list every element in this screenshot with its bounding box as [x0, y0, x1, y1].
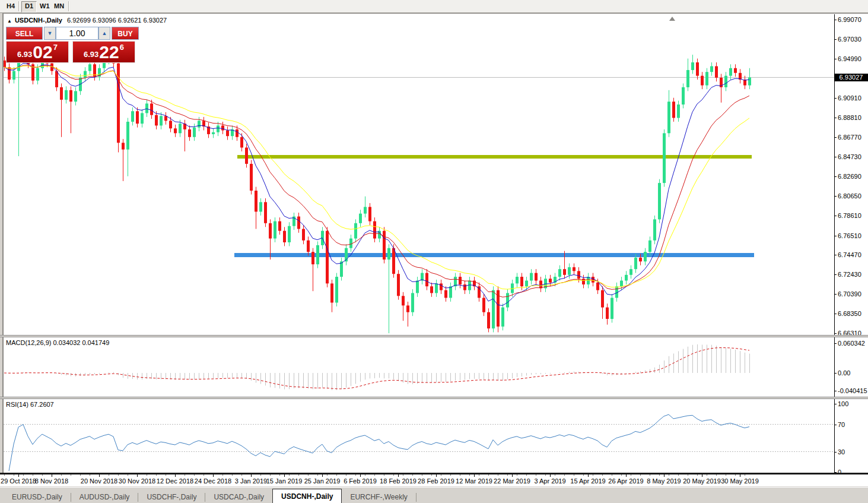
sell-button[interactable]: SELL [6, 27, 43, 40]
timeframe-mn-button[interactable]: MN [51, 1, 67, 11]
macd-axis-label: 0.00 [838, 369, 850, 377]
tab-usdcad-daily[interactable]: USDCAD-,Daily [205, 491, 272, 503]
date-minor-tick [678, 474, 679, 476]
price-axis-tick [834, 137, 837, 138]
chart-tab-bar: EURUSD-,Daily AUDUSD-,Daily USDCHF-,Dail… [0, 487, 868, 503]
date-minor-tick [574, 474, 574, 476]
timeframe-d1-button[interactable]: D1 [21, 1, 37, 12]
date-minor-tick [631, 474, 631, 476]
rsi-label: RSI(14) 67.2607 [6, 401, 54, 408]
date-minor-tick [422, 474, 422, 476]
date-minor-tick [412, 474, 413, 476]
rsi-axis-label: 30 [838, 448, 845, 455]
date-axis-label: 24 Dec 2018 [195, 477, 231, 485]
date-minor-tick [726, 474, 726, 476]
price-axis-tick [834, 98, 837, 99]
volume-increase-button[interactable]: ▲ [98, 27, 110, 40]
date-minor-tick [80, 474, 81, 476]
rsi-indicator-chart[interactable] [4, 401, 834, 472]
price-axis-tick [834, 176, 837, 177]
date-major-tick [664, 474, 664, 477]
date-minor-tick [109, 474, 109, 476]
tab-eurusd-daily[interactable]: EURUSD-,Daily [4, 491, 71, 503]
price-axis-tick [834, 294, 837, 295]
date-axis: 29 Oct 20188 Nov 201820 Nov 201830 Nov 2… [0, 474, 868, 486]
tab-usdcnh-daily[interactable]: USDCNH-,Daily [272, 489, 342, 503]
collapse-triangle-icon: ▲ [7, 18, 12, 24]
tab-usdchf-daily[interactable]: USDCHF-,Daily [138, 491, 205, 503]
date-minor-tick [61, 474, 62, 476]
date-minor-tick [156, 474, 157, 476]
terminal-window: H4 D1 W1 MN 6.990706.970306.949906.90910… [0, 0, 868, 503]
date-minor-tick [384, 474, 384, 476]
date-axis-label: 18 Feb 2019 [380, 477, 416, 485]
date-axis-label: 3 Apr 2019 [534, 477, 565, 485]
date-major-tick [137, 474, 138, 477]
tab-audusd-daily[interactable]: AUDUSD-,Daily [71, 491, 138, 503]
date-axis-label: 30 May 2019 [721, 477, 759, 485]
date-axis-label: 29 Oct 2018 [1, 477, 36, 485]
rsi-axis-label: 100 [838, 400, 848, 407]
panel-splitter[interactable] [0, 335, 868, 337]
buy-button[interactable]: BUY [112, 27, 139, 40]
date-minor-tick [688, 474, 688, 476]
price-axis-tick [834, 314, 837, 314]
date-axis-label: 20 Nov 2018 [81, 477, 117, 485]
price-axis-label: 6.94990 [838, 55, 861, 62]
date-minor-tick [346, 474, 346, 476]
date-axis-label: 26 Apr 2019 [608, 477, 643, 485]
sell-price-button[interactable]: 6.93027 [6, 41, 69, 63]
price-chart[interactable] [4, 17, 834, 335]
date-axis-label: 20 May 2019 [683, 477, 721, 485]
date-axis-label: 6 Feb 2019 [344, 477, 377, 485]
date-minor-tick [279, 474, 280, 476]
date-minor-tick [336, 474, 337, 476]
date-minor-tick [241, 474, 242, 476]
scroll-marker-icon[interactable] [669, 17, 675, 21]
macd-indicator-chart[interactable] [4, 340, 834, 396]
date-minor-tick [517, 474, 517, 476]
price-axis-tick [834, 196, 837, 197]
date-major-tick [436, 474, 437, 477]
macd-signal-line [4, 348, 749, 389]
date-minor-tick [393, 474, 394, 476]
date-minor-tick [536, 474, 536, 476]
date-major-tick [588, 474, 589, 477]
date-minor-tick [602, 474, 603, 476]
date-minor-tick [270, 474, 271, 476]
volume-input[interactable]: 1.00 [56, 27, 98, 40]
date-minor-tick [403, 474, 403, 476]
date-minor-tick [42, 474, 43, 476]
price-axis-tick [834, 39, 837, 40]
price-axis-label: 6.80650 [838, 192, 861, 200]
timeframe-toolbar: H4 D1 W1 MN [0, 0, 868, 13]
date-axis-label: 8 Nov 2018 [35, 477, 68, 485]
price-axis-tick [834, 274, 837, 275]
rsi-axis-label: 70 [838, 421, 845, 428]
date-minor-tick [526, 474, 527, 476]
rsi-line [9, 415, 749, 471]
volume-decrease-button[interactable]: ▼ [44, 27, 56, 40]
date-major-tick [740, 474, 740, 477]
date-axis-label: 12 Mar 2019 [456, 477, 492, 485]
toolbar-separator [18, 1, 20, 11]
timeframe-h4-button[interactable]: H4 [4, 1, 18, 11]
date-minor-tick [71, 474, 71, 476]
date-major-tick [550, 474, 551, 477]
date-minor-tick [460, 474, 460, 476]
date-axis-label: 8 May 2019 [647, 477, 681, 485]
price-axis-label: 6.97030 [838, 36, 861, 43]
price-axis-label: 6.74470 [838, 251, 861, 258]
price-axis-tick [834, 216, 837, 216]
buy-price-button[interactable]: 6.93226 [72, 41, 135, 63]
date-minor-tick [308, 474, 309, 476]
panel-splitter[interactable] [0, 397, 868, 399]
date-axis-label: 22 Mar 2019 [494, 477, 530, 485]
tab-eurchf-weekly[interactable]: EURCHF-,Weekly [342, 491, 415, 503]
price-axis-label: 6.82690 [838, 173, 861, 180]
date-minor-tick [640, 474, 641, 476]
date-minor-tick [479, 474, 479, 476]
date-minor-tick [707, 474, 707, 476]
sell-price-pip: 7 [53, 43, 58, 52]
timeframe-w1-button[interactable]: W1 [37, 1, 53, 11]
